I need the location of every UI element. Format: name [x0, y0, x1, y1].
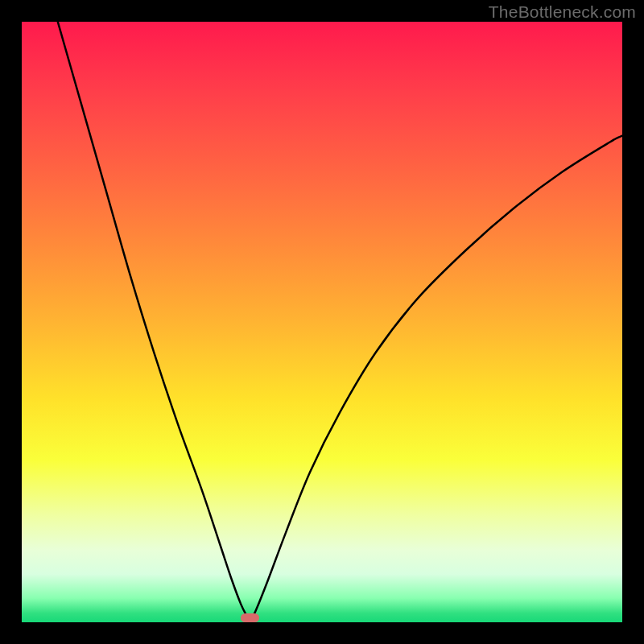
minimum-marker: [241, 613, 258, 622]
plot-area: [22, 22, 622, 622]
watermark-text: TheBottleneck.com: [489, 2, 636, 22]
curve-left-branch: [58, 22, 250, 622]
curve-right-branch: [250, 136, 622, 622]
chart-frame: TheBottleneck.com: [0, 0, 644, 644]
bottleneck-curve: [22, 22, 622, 622]
